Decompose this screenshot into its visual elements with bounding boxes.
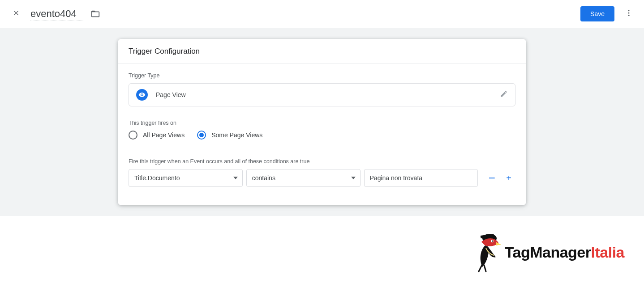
logo-text-tagmanager: TagManager: [505, 244, 591, 261]
condition-row: Title.Documento contains − +: [129, 169, 515, 187]
radio-all-page-views[interactable]: All Page Views: [129, 131, 185, 140]
trigger-name-input[interactable]: [30, 7, 84, 21]
svg-point-6: [492, 241, 493, 242]
svg-point-0: [628, 10, 630, 11]
edit-trigger-type-button[interactable]: [500, 90, 508, 100]
radio-checked-icon: [197, 131, 206, 140]
radio-some-label: Some Page Views: [211, 131, 262, 139]
page-view-icon: [136, 89, 148, 101]
tagmanageritalia-logo: TagManagerItalia: [472, 232, 624, 272]
top-bar: Save: [0, 0, 644, 28]
trigger-type-section-label: Trigger Type: [129, 72, 515, 79]
woodpecker-icon: [472, 232, 501, 272]
trigger-type-value: Page View: [156, 91, 186, 98]
save-button[interactable]: Save: [580, 6, 614, 21]
chevron-down-icon: [351, 177, 356, 179]
svg-point-1: [628, 13, 630, 14]
plus-icon: +: [506, 173, 511, 183]
close-button[interactable]: [7, 5, 25, 23]
condition-operator-value: contains: [252, 174, 275, 182]
trigger-type-selector[interactable]: Page View: [129, 83, 515, 106]
card-title: Trigger Configuration: [118, 39, 526, 63]
trigger-config-card: Trigger Configuration Trigger Type Page …: [118, 39, 526, 205]
radio-some-page-views[interactable]: Some Page Views: [197, 131, 262, 140]
radio-all-label: All Page Views: [143, 131, 185, 139]
condition-value-input[interactable]: [364, 169, 478, 187]
folder-icon[interactable]: [90, 9, 100, 19]
radio-unchecked-icon: [129, 131, 137, 140]
chevron-down-icon: [233, 177, 238, 179]
fires-on-section-label: This trigger fires on: [129, 120, 515, 126]
pencil-icon: [500, 90, 508, 100]
more-menu-button[interactable]: [621, 6, 637, 22]
minus-icon: −: [489, 176, 495, 180]
footer-logo-area: TagManagerItalia: [0, 216, 644, 272]
condition-variable-select[interactable]: Title.Documento: [129, 169, 243, 187]
logo-text-italia: Italia: [591, 244, 624, 261]
remove-condition-button[interactable]: −: [485, 171, 498, 185]
add-condition-button[interactable]: +: [502, 171, 515, 185]
svg-point-2: [628, 15, 630, 16]
more-vert-icon: [625, 9, 633, 19]
condition-description: Fire this trigger when an Event occurs a…: [129, 158, 515, 165]
condition-operator-select[interactable]: contains: [246, 169, 361, 187]
close-icon: [12, 9, 20, 19]
condition-variable-value: Title.Documento: [134, 174, 180, 182]
workspace-canvas: Trigger Configuration Trigger Type Page …: [0, 28, 644, 216]
